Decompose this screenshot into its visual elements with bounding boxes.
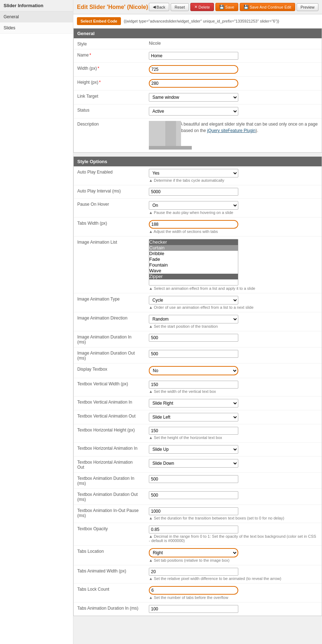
textbox-vertical-width-row: Textbox Vertical Width (px) Set the widt… bbox=[74, 378, 322, 396]
image-anim-duration-in-input[interactable] bbox=[149, 334, 238, 342]
textbox-opacity-cell: Decimal in the range from 0 to 1: Set th… bbox=[145, 523, 322, 546]
textbox-horizontal-height-row: Textbox Horizontal Height (px) Set the h… bbox=[74, 424, 322, 443]
image-anim-duration-in-label: Image Animation Duration In (ms) bbox=[74, 331, 145, 347]
textbox-vertical-width-label: Textbox Vertical Width (px) bbox=[74, 378, 145, 396]
back-icon: ◀ bbox=[153, 5, 156, 9]
width-label: Width (px)* bbox=[74, 63, 145, 77]
tabs-location-select[interactable]: Left Right Top Bottom bbox=[149, 548, 238, 557]
pause-hover-select[interactable]: On Off bbox=[149, 201, 238, 210]
textbox-vertical-anim-out-cell: Slide Right Slide Left Slide Up Slide Do… bbox=[145, 410, 322, 424]
save-continue-icon: 💾 bbox=[244, 5, 249, 9]
thumb-side bbox=[165, 121, 176, 146]
sidebar: Slider Information General Slides bbox=[0, 0, 73, 644]
link-target-label: Link Target bbox=[74, 91, 145, 104]
name-input[interactable] bbox=[149, 52, 238, 60]
auto-play-interval-cell bbox=[145, 185, 322, 199]
style-options-section: Style Options Auto Play Enabled Yes No D… bbox=[73, 156, 322, 616]
textbox-anim-duration-out-label: Textbox Animation Duration Out (ms) bbox=[74, 489, 145, 505]
textbox-horizontal-anim-in-label: Textbox Horizontal Animation In bbox=[74, 443, 145, 457]
textbox-horizontal-height-input[interactable] bbox=[149, 427, 238, 435]
image-anim-duration-out-cell bbox=[145, 347, 322, 364]
save-button[interactable]: 💾 Save bbox=[215, 3, 238, 11]
tabs-animated-width-hint: Set the relative pixel width difference … bbox=[149, 576, 318, 581]
tabs-anim-duration-in-cell bbox=[145, 602, 322, 616]
image-anim-direction-label: Image Animation Direction bbox=[74, 312, 145, 331]
textbox-horizontal-anim-out-select[interactable]: Slide Up Slide Down Slide Left Slide Rig… bbox=[149, 459, 238, 468]
name-field-cell bbox=[145, 49, 322, 63]
width-input[interactable] bbox=[149, 65, 238, 74]
link-target-row: Link Target Same window New window bbox=[74, 91, 322, 104]
status-row: Status Active Inactive bbox=[74, 104, 322, 118]
image-animation-type-select[interactable]: Cycle Random bbox=[149, 296, 238, 304]
tabs-width-input[interactable] bbox=[149, 220, 238, 229]
height-label: Height (px)* bbox=[74, 77, 145, 91]
sidebar-item-general[interactable]: General bbox=[0, 11, 73, 23]
textbox-anim-duration-in-row: Textbox Animation Duration In (ms) bbox=[74, 473, 322, 489]
tabs-lock-count-hint: Set the number of tabs before the overfl… bbox=[149, 595, 318, 600]
textbox-horizontal-anim-in-select[interactable]: Slide Up Slide Down Slide Left Slide Rig… bbox=[149, 445, 238, 454]
textbox-anim-pause-input[interactable] bbox=[149, 507, 238, 515]
textbox-horizontal-anim-in-row: Textbox Horizontal Animation In Slide Up… bbox=[74, 443, 322, 457]
textbox-vertical-anim-in-row: Textbox Vertical Animation In Slide Righ… bbox=[74, 396, 322, 410]
auto-play-select[interactable]: Yes No bbox=[149, 169, 238, 177]
textbox-anim-duration-out-input[interactable] bbox=[149, 491, 238, 499]
jquery-plugin-link[interactable]: jQuery siteFeature Plugin bbox=[207, 128, 255, 133]
thumb-main bbox=[149, 121, 181, 146]
save-icon: 💾 bbox=[219, 5, 224, 9]
auto-play-interval-row: Auto Play Interval (ms) bbox=[74, 185, 322, 199]
tabs-animated-width-input[interactable] bbox=[149, 568, 238, 576]
back-button[interactable]: ◀ Back bbox=[149, 3, 169, 11]
pause-hover-row: Pause On Hover On Off Pause the auto pla… bbox=[74, 199, 322, 218]
tabs-location-hint: Set tab positions (relative to the image… bbox=[149, 558, 318, 562]
reset-button[interactable]: Reset bbox=[171, 3, 189, 11]
image-anim-type-label: Image Animation Type bbox=[74, 293, 145, 312]
image-animation-direction-select[interactable]: Random Left Right Top Bottom bbox=[149, 315, 238, 323]
select-embed-code-button[interactable]: Select Embed Code bbox=[77, 17, 121, 25]
save-continue-button[interactable]: 💾 Save And Continue Edit bbox=[240, 3, 295, 11]
tabs-width-label: Tabs Width (px) bbox=[74, 218, 145, 236]
description-cell: A beautiful and elegant slider style tha… bbox=[145, 118, 322, 152]
textbox-vertical-anim-in-select[interactable]: Slide Right Slide Left Slide Up Slide Do… bbox=[149, 399, 238, 408]
textbox-horizontal-height-label: Textbox Horizontal Height (px) bbox=[74, 424, 145, 443]
auto-play-row: Auto Play Enabled Yes No Determine if th… bbox=[74, 166, 322, 185]
textbox-anim-duration-in-input[interactable] bbox=[149, 475, 238, 483]
textbox-anim-pause-hint: Set the duration for the transition betw… bbox=[149, 516, 318, 520]
preview-button[interactable]: Preview bbox=[297, 3, 318, 11]
image-anim-type-row: Image Animation Type Cycle Random Order … bbox=[74, 293, 322, 312]
height-input[interactable] bbox=[149, 79, 238, 88]
textbox-opacity-label: Textbox Opacity bbox=[74, 523, 145, 546]
tabs-lock-count-cell: Set the number of tabs before the overfl… bbox=[145, 584, 322, 602]
tabs-width-hint: Adjust the width of sections with tabs bbox=[149, 229, 318, 234]
textbox-vertical-width-input[interactable] bbox=[149, 381, 238, 389]
image-anim-list-label: Image Animation List bbox=[74, 236, 145, 293]
link-target-select[interactable]: Same window New window bbox=[149, 93, 238, 102]
tabs-animated-width-row: Tabs Animated Width (px) Set the relativ… bbox=[74, 565, 322, 584]
textbox-vertical-anim-out-select[interactable]: Slide Right Slide Left Slide Up Slide Do… bbox=[149, 413, 238, 421]
style-label: Style bbox=[74, 38, 145, 49]
auto-play-interval-input[interactable] bbox=[149, 188, 238, 196]
auto-play-label: Auto Play Enabled bbox=[74, 166, 145, 185]
slider-thumbnail bbox=[149, 121, 176, 150]
textbox-anim-duration-out-cell bbox=[145, 489, 322, 505]
style-row: Style Nicole bbox=[74, 38, 322, 49]
pause-hover-label: Pause On Hover bbox=[74, 199, 145, 218]
image-anim-duration-out-input[interactable] bbox=[149, 350, 238, 358]
display-textbox-select[interactable]: Yes No bbox=[149, 366, 238, 375]
image-animation-list-select[interactable]: Checker Curtain Dribble Fade Fountain Wa… bbox=[149, 239, 238, 286]
sidebar-item-slides[interactable]: Slides bbox=[0, 23, 73, 34]
delete-button[interactable]: ✕ Delete bbox=[190, 3, 214, 11]
textbox-vertical-anim-out-label: Textbox Vertical Animation Out bbox=[74, 410, 145, 424]
textbox-opacity-input[interactable] bbox=[149, 526, 238, 533]
general-section: General Style Nicole Name* Width (px bbox=[73, 28, 322, 153]
textbox-vertical-anim-in-cell: Slide Right Slide Left Slide Up Slide Do… bbox=[145, 396, 322, 410]
tabs-lock-count-input[interactable] bbox=[149, 586, 238, 595]
image-anim-duration-out-label: Image Animation Duration Out (ms) bbox=[74, 347, 145, 364]
image-anim-duration-in-cell bbox=[145, 331, 322, 347]
textbox-anim-pause-cell: Set the duration for the transition betw… bbox=[145, 505, 322, 523]
embed-bar: Select Embed Code {{widget type="advance… bbox=[73, 14, 322, 28]
status-select[interactable]: Active Inactive bbox=[149, 107, 238, 116]
tabs-anim-duration-in-input[interactable] bbox=[149, 605, 238, 613]
textbox-horizontal-anim-out-cell: Slide Up Slide Down Slide Left Slide Rig… bbox=[145, 457, 322, 473]
tabs-animated-width-label: Tabs Animated Width (px) bbox=[74, 565, 145, 584]
tabs-animated-width-cell: Set the relative pixel width difference … bbox=[145, 565, 322, 584]
